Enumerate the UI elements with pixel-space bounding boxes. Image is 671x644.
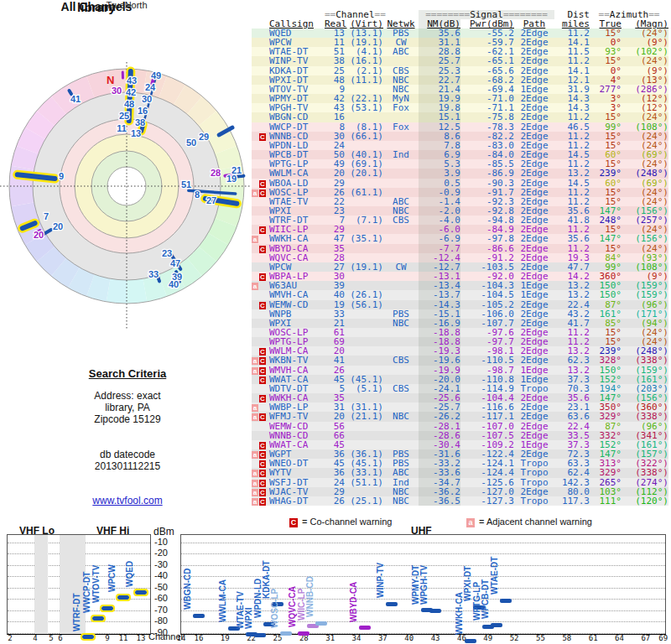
adjacent-warning-cell bbox=[252, 38, 259, 47]
dbm-tick-label: -50 bbox=[149, 582, 173, 592]
distance-cell: 22.4 bbox=[554, 300, 590, 309]
channel-tick-label: 2 bbox=[1, 634, 19, 642]
table-row[interactable]: WMVH-CA40(26.1)-13.7-104.51Edge13.2150°(… bbox=[252, 290, 668, 299]
adjacent-warning-cell bbox=[252, 393, 259, 402]
table-row[interactable]: aWWKH-CA47(35.1)-6.9-97.82Edge35.6147°(1… bbox=[252, 234, 668, 243]
adjacent-channel-warning-icon: a bbox=[252, 367, 258, 375]
azimuth-magnetic-cell: (338°) bbox=[622, 356, 668, 365]
azimuth-radar-plot: N434248251130492430163813415029282119518… bbox=[0, 44, 260, 333]
signal-bar bbox=[359, 626, 371, 630]
network-cell: CBS bbox=[383, 356, 419, 365]
path-cell: Tropo bbox=[514, 478, 554, 487]
table-row[interactable]: CWEMW-CD19(56.1)-14.3-105.22Edge22.487°(… bbox=[252, 300, 668, 309]
adjacent-warning-cell bbox=[252, 103, 259, 112]
nm-db-cell: 3.9 bbox=[419, 169, 460, 178]
power-dbm-cell: -105.2 bbox=[460, 300, 514, 309]
co-channel-warning-icon: C bbox=[259, 246, 266, 253]
co-channel-warning-cell bbox=[259, 253, 268, 262]
power-dbm-cell: -65.1 bbox=[460, 56, 514, 65]
co-channel-warning-cell bbox=[259, 29, 268, 38]
adjacent-channel-legend-text: = Adjacent channel warning bbox=[479, 517, 592, 527]
search-city-line: library, PA bbox=[34, 402, 221, 413]
real-channel-cell: 40 bbox=[325, 290, 345, 299]
table-row[interactable]: aCWSFJ-DT24(51.1)Ind-34.7-125.6Tropo142.… bbox=[252, 478, 668, 487]
dbm-tick-label: -20 bbox=[149, 548, 173, 558]
co-channel-warning-cell bbox=[259, 150, 268, 159]
search-criteria: Search Criteria Address: exact library, … bbox=[34, 367, 221, 472]
co-channel-warning-cell bbox=[259, 216, 268, 225]
signal-bar bbox=[193, 614, 205, 618]
co-channel-warning-icon: C bbox=[259, 442, 266, 449]
network-cell bbox=[383, 300, 419, 309]
callsign-cell: WHAG-DT bbox=[268, 496, 325, 506]
power-dbm-cell: -125.6 bbox=[460, 478, 514, 487]
distance-cell: 63.6 bbox=[554, 412, 590, 421]
network-cell bbox=[383, 366, 419, 375]
table-row[interactable]: WINP-TV38(16.1)25.7-65.12Edge11.215°(24°… bbox=[252, 56, 668, 65]
azimuth-true-cell: 328° bbox=[590, 356, 622, 365]
co-channel-warning-cell bbox=[259, 159, 268, 169]
signal-bar bbox=[491, 623, 502, 627]
tvfool-link[interactable]: www.tvfool.com bbox=[92, 495, 162, 506]
signal-table: ==Channel== ========Signal======== Dist … bbox=[252, 10, 668, 506]
channel-tick-label: 40 bbox=[400, 634, 419, 642]
non-tv-spectrum-band bbox=[34, 535, 48, 634]
callsign-cell: WKBN-TV bbox=[268, 356, 325, 365]
co-channel-warning-cell bbox=[259, 281, 268, 290]
adjacent-warning-cell bbox=[252, 225, 259, 234]
signal-bar bbox=[280, 631, 292, 636]
co-channel-warning-cell bbox=[259, 66, 268, 75]
adjacent-warning-cell bbox=[252, 56, 259, 65]
channel-tick-label: 11 bbox=[114, 634, 133, 642]
station-channel-label: 30 bbox=[142, 94, 152, 104]
azimuth-magnetic-cell: (96°) bbox=[622, 300, 668, 309]
distance-cell: 13.2 bbox=[554, 169, 590, 178]
network-cell: Fox bbox=[383, 103, 419, 112]
co-channel-warning-cell: C bbox=[259, 478, 268, 487]
signal-bar-callsign-label: WINP-TV bbox=[376, 563, 385, 598]
signal-bar bbox=[465, 639, 476, 643]
callsign-cell: WSFJ-DT bbox=[268, 478, 325, 487]
co-channel-warning-cell bbox=[259, 38, 268, 47]
network-cell bbox=[383, 159, 419, 169]
azimuth-true-cell: 150° bbox=[590, 290, 622, 299]
adjacent-channel-warning-icon: a bbox=[466, 518, 475, 527]
adjacent-warning-cell: a bbox=[252, 234, 259, 243]
network-cell: CBS bbox=[383, 216, 419, 225]
co-channel-warning-icon: C bbox=[259, 367, 266, 375]
signal-bar-callsign-label: WTAE-DT bbox=[490, 557, 499, 595]
co-channel-warning-cell: C bbox=[259, 366, 268, 375]
virtual-channel-cell: (33.1) bbox=[345, 468, 383, 477]
table-row[interactable]: aCWKBN-TV41CBS-19.6-110.52Edge62.3328°(3… bbox=[252, 356, 668, 365]
table-row[interactable]: WWLM-CA20(20.1)3.9-86.92Edge13.2239°(248… bbox=[252, 169, 668, 178]
channel-tick-label: 13 bbox=[132, 634, 150, 642]
table-row[interactable]: aCWHAG-DT26(25.1)NBC-36.5-127.3Tropo117.… bbox=[252, 496, 668, 506]
virtual-channel-cell bbox=[345, 179, 383, 188]
adjacent-channel-warning-icon: a bbox=[252, 283, 258, 290]
table-row[interactable]: WBGN-CD1615.1-75.82Edge11.215°(24°) bbox=[252, 112, 668, 122]
path-cell: 2Edge bbox=[514, 179, 554, 188]
table-row[interactable]: aCWYTV36(33.1)ABC-33.6-124.4Tropo62.4329… bbox=[252, 468, 668, 477]
adjacent-warning-cell bbox=[252, 29, 259, 38]
table-row[interactable]: CWBOA-LD290.5-90.32Edge14.560°(69°) bbox=[252, 179, 668, 188]
real-channel-cell: 38 bbox=[325, 56, 345, 65]
distance-cell: 11.2 bbox=[554, 56, 590, 65]
adjacent-warning-cell bbox=[252, 132, 259, 141]
nm-db-cell: -26.2 bbox=[419, 412, 460, 421]
real-channel-cell: 20 bbox=[325, 412, 345, 421]
station-channel-label: 8 bbox=[195, 190, 200, 200]
station-channel-label: 33 bbox=[148, 269, 159, 279]
adjacent-warning-cell bbox=[252, 422, 259, 431]
adjacent-warning-cell: a bbox=[252, 449, 259, 459]
dbm-axis-label: dBm bbox=[153, 526, 174, 538]
network-cell bbox=[383, 112, 419, 122]
power-dbm-cell: -104.5 bbox=[460, 290, 514, 299]
virtual-channel-cell: (35.1) bbox=[345, 234, 383, 243]
network-cell: NBC bbox=[383, 412, 419, 421]
network-cell bbox=[383, 234, 419, 243]
co-channel-warning-icon: C bbox=[259, 273, 266, 281]
adjacent-warning-cell bbox=[252, 459, 259, 468]
co-channel-warning-cell bbox=[259, 384, 268, 393]
network-cell bbox=[383, 272, 419, 281]
table-row[interactable]: aCWFMJ-TV20(21.1)NBC-26.2-117.12Edge63.6… bbox=[252, 412, 668, 421]
